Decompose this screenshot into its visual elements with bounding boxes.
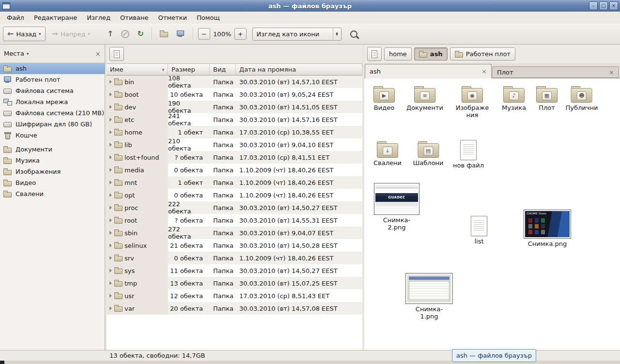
sidebar-item[interactable]: Файлова система (210 MB): [0, 107, 105, 119]
table-row[interactable]: srv 0 обекта Папка 1.10.2009 (чт) 18,40,…: [107, 252, 362, 264]
close-button[interactable]: ×: [609, 1, 618, 10]
maximize-button[interactable]: □: [599, 1, 608, 10]
menu-item[interactable]: Редактиране: [29, 13, 82, 23]
icon-item[interactable]: ▦ Плот: [536, 83, 558, 112]
table-row[interactable]: boot 10 обекта Папка 30.03.2010 (вт) 9,0…: [107, 88, 362, 101]
sidebar-item[interactable]: Изображения: [0, 166, 105, 177]
expander-icon[interactable]: [109, 281, 112, 285]
expander-icon[interactable]: [109, 256, 112, 260]
column-header[interactable]: Дата на промяна: [236, 64, 362, 76]
places-header[interactable]: Места ▾ ×: [0, 45, 105, 63]
expander-icon[interactable]: [109, 294, 112, 298]
tab[interactable]: ash ×: [365, 64, 492, 78]
toggle-location-entry-button[interactable]: [109, 47, 124, 61]
expander-icon[interactable]: [109, 181, 112, 184]
column-header[interactable]: Вид: [210, 64, 236, 76]
table-row[interactable]: media 0 обекта Папка 1.10.2009 (чт) 18,4…: [107, 164, 362, 176]
toggle-location-entry-button[interactable]: [367, 47, 382, 61]
icon-item[interactable]: ↓ Свалени: [373, 138, 402, 167]
sidebar-item[interactable]: Видео: [0, 177, 105, 188]
zoom-out-button[interactable]: −: [198, 28, 210, 40]
pathbar-button[interactable]: ash: [414, 47, 448, 61]
computer-button[interactable]: [172, 27, 189, 41]
tab-close-icon[interactable]: ×: [481, 68, 487, 75]
icon-item[interactable]: ♪ Музика: [502, 83, 526, 112]
expander-icon[interactable]: [109, 105, 112, 109]
sidebar-item[interactable]: Свалени: [0, 188, 105, 199]
back-button[interactable]: ← Назад ▾: [3, 27, 46, 41]
expander-icon[interactable]: [109, 155, 112, 159]
reload-button[interactable]: ↻: [133, 27, 147, 41]
table-row[interactable]: lib 210 обекта Папка 30.03.2010 (вт) 9,0…: [107, 138, 362, 151]
icon-item[interactable]: GUADEC Снимка-2.png: [374, 183, 419, 231]
icon-item[interactable]: Снимка-1.png: [405, 273, 453, 320]
icon-item[interactable]: ▶ Видео: [373, 83, 395, 112]
taskbar-window-button[interactable]: ash — файлов браузър: [452, 349, 536, 362]
pathbar-button[interactable]: Работен плот: [450, 47, 515, 61]
sidebar-item[interactable]: Локална мрежа: [0, 96, 105, 107]
show-desktop-button[interactable]: [0, 361, 4, 364]
expander-icon[interactable]: [109, 218, 112, 222]
tab[interactable]: Плот ×: [492, 66, 619, 78]
table-row[interactable]: usr 12 обекта Папка 17.03.2010 (ср) 8,51…: [107, 289, 362, 302]
stop-button[interactable]: [117, 27, 133, 41]
icon-item[interactable]: нов файл: [453, 138, 484, 169]
view-mode-select[interactable]: Изглед като икони ▴ ▾: [252, 28, 341, 41]
home-button[interactable]: [156, 27, 172, 41]
icon-item[interactable]: ◉ Изображения: [454, 83, 491, 119]
sidebar-item[interactable]: Шифриран дял (80 GB): [0, 119, 105, 130]
sidebar-item[interactable]: ash: [0, 63, 105, 74]
combo-arrows-icon[interactable]: ▴ ▾: [333, 28, 341, 40]
table-row[interactable]: home 1 обект Папка 17.03.2010 (ср) 10,38…: [107, 126, 362, 138]
table-row[interactable]: tmp 13 обекта Папка 30.03.2010 (вт) 15,0…: [107, 277, 362, 289]
menu-item[interactable]: Изглед: [82, 13, 115, 23]
expander-icon[interactable]: [109, 143, 112, 147]
expander-icon[interactable]: [109, 92, 112, 96]
expander-icon[interactable]: [109, 118, 112, 121]
sidebar-item[interactable]: Кошче: [0, 130, 105, 141]
titlebar[interactable]: ash — файлов браузър – □ ×: [0, 0, 620, 12]
expander-icon[interactable]: [109, 306, 112, 310]
column-header[interactable]: Размер: [168, 64, 210, 76]
table-row[interactable]: etc 241 обекта Папка 30.03.2010 (вт) 14,…: [107, 113, 362, 126]
forward-button[interactable]: → Напред ▾: [47, 27, 94, 41]
table-row[interactable]: lost+found ? обекта Папка 17.03.2010 (ср…: [107, 151, 362, 164]
expander-icon[interactable]: [109, 80, 112, 84]
table-row[interactable]: root ? обекта Папка 30.03.2010 (вт) 14,5…: [107, 214, 362, 227]
table-row[interactable]: dev 190 обекта Папка 30.03.2010 (вт) 14,…: [107, 101, 362, 113]
menu-item[interactable]: Отиване: [115, 13, 153, 23]
minimize-button[interactable]: –: [589, 1, 598, 10]
icon-item[interactable]: ▤ Шаблони: [413, 138, 443, 167]
expander-icon[interactable]: [109, 243, 112, 247]
pathbar-button[interactable]: home: [384, 47, 412, 61]
table-row[interactable]: var 20 обекта Папка 30.03.2010 (вт) 14,5…: [107, 302, 362, 315]
icon-item[interactable]: list: [471, 214, 487, 245]
table-row[interactable]: proc 222 обекта Папка 30.03.2010 (вт) 14…: [107, 201, 362, 214]
menu-item[interactable]: Отметки: [153, 13, 191, 23]
column-header[interactable]: Име ▾: [107, 64, 168, 76]
up-button[interactable]: ↑: [103, 27, 117, 41]
table-row[interactable]: opt 0 обекта Папка 1.10.2009 (чт) 18,40,…: [107, 189, 362, 201]
expander-icon[interactable]: [109, 193, 112, 197]
table-row[interactable]: sbin 272 обекта Папка 30.03.2010 (вт) 9,…: [107, 227, 362, 239]
table-row[interactable]: selinux 21 обекта Папка 30.03.2010 (вт) …: [107, 239, 362, 252]
zoom-in-button[interactable]: +: [234, 28, 247, 40]
table-row[interactable]: sys 11 обекта Папка 30.03.2010 (вт) 14,5…: [107, 264, 362, 277]
expander-icon[interactable]: [109, 269, 112, 273]
search-button[interactable]: [346, 27, 361, 41]
icon-view[interactable]: ▶ Видео ≡ Документи ◉ Изображения ♪ Музи…: [364, 78, 620, 350]
expander-icon[interactable]: [109, 206, 112, 210]
sidebar-item[interactable]: Работен плот: [0, 74, 105, 85]
icon-item[interactable]: GNOME Store Снимка.png: [524, 210, 571, 248]
expander-icon[interactable]: [109, 130, 112, 134]
table-row[interactable]: mnt 1 обект Папка 1.10.2009 (чт) 18,40,2…: [107, 176, 362, 189]
tab-close-icon[interactable]: ×: [609, 69, 614, 76]
icon-item[interactable]: ☻ Публични: [566, 83, 598, 112]
menu-item[interactable]: Помощ: [192, 13, 225, 23]
icon-item[interactable]: ≡ Документи: [406, 83, 443, 112]
table-row[interactable]: bin 108 обекта Папка 30.03.2010 (вт) 14,…: [107, 76, 362, 88]
sidebar-item[interactable]: Документи: [0, 144, 105, 155]
sidebar-item[interactable]: Файлова система: [0, 85, 105, 96]
menu-item[interactable]: Файл: [2, 13, 29, 23]
expander-icon[interactable]: [109, 231, 112, 235]
